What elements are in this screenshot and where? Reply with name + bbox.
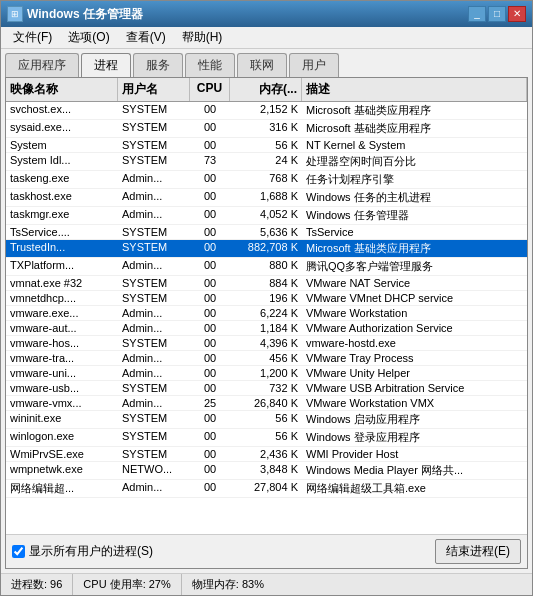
close-button[interactable]: ✕ <box>508 6 526 22</box>
tab-users[interactable]: 用户 <box>289 53 339 77</box>
cell-desc: Windows 登录应用程序 <box>302 429 527 446</box>
cell-mem: 5,636 K <box>230 225 302 239</box>
cell-desc: Windows 启动应用程序 <box>302 411 527 428</box>
menu-options[interactable]: 选项(O) <box>60 27 117 48</box>
table-row[interactable]: winlogon.exe SYSTEM 00 56 K Windows 登录应用… <box>6 429 527 447</box>
table-row[interactable]: System SYSTEM 00 56 K NT Kernel & System <box>6 138 527 153</box>
col-header-cpu[interactable]: CPU <box>190 78 230 101</box>
cell-desc: Windows 任务的主机进程 <box>302 189 527 206</box>
cell-desc: Windows Media Player 网络共... <box>302 462 527 479</box>
table-row[interactable]: wininit.exe SYSTEM 00 56 K Windows 启动应用程… <box>6 411 527 429</box>
table-row[interactable]: 网络编辑超... Admin... 00 27,804 K 网络编辑超级工具箱.… <box>6 480 527 498</box>
show-all-users-checkbox[interactable] <box>12 545 25 558</box>
cell-cpu: 00 <box>190 189 230 206</box>
cell-desc: VMware VMnet DHCP service <box>302 291 527 305</box>
cell-mem: 6,224 K <box>230 306 302 320</box>
cell-name: wininit.exe <box>6 411 118 428</box>
table-row[interactable]: vmware.exe... Admin... 00 6,224 K VMware… <box>6 306 527 321</box>
cell-desc: 网络编辑超级工具箱.exe <box>302 480 527 497</box>
cell-user: NETWO... <box>118 462 190 479</box>
table-row[interactable]: System Idl... SYSTEM 73 24 K 处理器空闲时间百分比 <box>6 153 527 171</box>
cell-mem: 884 K <box>230 276 302 290</box>
cell-name: taskmgr.exe <box>6 207 118 224</box>
cell-cpu: 00 <box>190 462 230 479</box>
cell-desc: VMware Workstation VMX <box>302 396 527 410</box>
cell-mem: 1,200 K <box>230 366 302 380</box>
cell-user: SYSTEM <box>118 381 190 395</box>
cell-user: Admin... <box>118 207 190 224</box>
tab-performance[interactable]: 性能 <box>185 53 235 77</box>
menu-view[interactable]: 查看(V) <box>118 27 174 48</box>
table-row[interactable]: TrustedIn... SYSTEM 00 882,708 K Microso… <box>6 240 527 258</box>
table-row[interactable]: wmpnetwk.exe NETWO... 00 3,848 K Windows… <box>6 462 527 480</box>
cell-cpu: 00 <box>190 411 230 428</box>
cell-user: SYSTEM <box>118 411 190 428</box>
cell-cpu: 00 <box>190 447 230 461</box>
table-row[interactable]: vmware-uni... Admin... 00 1,200 K VMware… <box>6 366 527 381</box>
cell-mem: 27,804 K <box>230 480 302 497</box>
table-row[interactable]: taskmgr.exe Admin... 00 4,052 K Windows … <box>6 207 527 225</box>
cell-desc: 任务计划程序引擎 <box>302 171 527 188</box>
cell-name: vmware-aut... <box>6 321 118 335</box>
table-row[interactable]: WmiPrvSE.exe SYSTEM 00 2,436 K WMI Provi… <box>6 447 527 462</box>
cell-mem: 768 K <box>230 171 302 188</box>
cell-cpu: 00 <box>190 321 230 335</box>
cell-name: taskhost.exe <box>6 189 118 206</box>
cell-desc: VMware Unity Helper <box>302 366 527 380</box>
table-row[interactable]: sysaid.exe... SYSTEM 00 316 K Microsoft … <box>6 120 527 138</box>
cell-user: Admin... <box>118 366 190 380</box>
cell-desc: VMware USB Arbitration Service <box>302 381 527 395</box>
tab-processes[interactable]: 进程 <box>81 53 131 77</box>
cell-mem: 1,688 K <box>230 189 302 206</box>
cell-name: vmware-hos... <box>6 336 118 350</box>
cell-desc: TsService <box>302 225 527 239</box>
cell-cpu: 00 <box>190 291 230 305</box>
table-row[interactable]: svchost.ex... SYSTEM 00 2,152 K Microsof… <box>6 102 527 120</box>
col-header-mem[interactable]: 内存(... <box>230 78 302 101</box>
table-row[interactable]: vmware-usb... SYSTEM 00 732 K VMware USB… <box>6 381 527 396</box>
maximize-button[interactable]: □ <box>488 6 506 22</box>
menu-help[interactable]: 帮助(H) <box>174 27 231 48</box>
window: ⊞ Windows 任务管理器 _ □ ✕ 文件(F) 选项(O) 查看(V) … <box>0 0 533 596</box>
col-header-name[interactable]: 映像名称 <box>6 78 118 101</box>
bottom-bar: 显示所有用户的进程(S) 结束进程(E) <box>6 534 527 568</box>
checkbox-text: 显示所有用户的进程(S) <box>29 543 153 560</box>
cell-mem: 24 K <box>230 153 302 170</box>
tab-services[interactable]: 服务 <box>133 53 183 77</box>
show-all-users-label[interactable]: 显示所有用户的进程(S) <box>12 543 153 560</box>
cell-desc: VMware Tray Process <box>302 351 527 365</box>
table-row[interactable]: taskhost.exe Admin... 00 1,688 K Windows… <box>6 189 527 207</box>
cell-cpu: 00 <box>190 480 230 497</box>
tab-networking[interactable]: 联网 <box>237 53 287 77</box>
table-row[interactable]: vmware-tra... Admin... 00 456 K VMware T… <box>6 351 527 366</box>
table-row[interactable]: vmware-aut... Admin... 00 1,184 K VMware… <box>6 321 527 336</box>
menu-file[interactable]: 文件(F) <box>5 27 60 48</box>
cell-user: Admin... <box>118 258 190 275</box>
cell-user: Admin... <box>118 351 190 365</box>
cell-desc: Microsoft 基础类应用程序 <box>302 240 527 257</box>
end-process-button[interactable]: 结束进程(E) <box>435 539 521 564</box>
table-row[interactable]: taskeng.exe Admin... 00 768 K 任务计划程序引擎 <box>6 171 527 189</box>
minimize-button[interactable]: _ <box>468 6 486 22</box>
title-bar-buttons: _ □ ✕ <box>468 6 526 22</box>
tab-applications[interactable]: 应用程序 <box>5 53 79 77</box>
col-header-desc[interactable]: 描述 <box>302 78 527 101</box>
cell-cpu: 00 <box>190 120 230 137</box>
table-row[interactable]: vmnetdhcp.... SYSTEM 00 196 K VMware VMn… <box>6 291 527 306</box>
cell-cpu: 00 <box>190 276 230 290</box>
status-process-count: 进程数: 96 <box>1 574 73 595</box>
cell-desc: Windows 任务管理器 <box>302 207 527 224</box>
cell-mem: 2,152 K <box>230 102 302 119</box>
table-row[interactable]: TXPlatform... Admin... 00 880 K 腾讯QQ多客户端… <box>6 258 527 276</box>
table-row[interactable]: vmware-hos... SYSTEM 00 4,396 K vmware-h… <box>6 336 527 351</box>
cell-cpu: 00 <box>190 225 230 239</box>
table-row[interactable]: vmnat.exe #32 SYSTEM 00 884 K VMware NAT… <box>6 276 527 291</box>
cell-name: svchost.ex... <box>6 102 118 119</box>
table-row[interactable]: TsService.... SYSTEM 00 5,636 K TsServic… <box>6 225 527 240</box>
table-row[interactable]: vmware-vmx... Admin... 25 26,840 K VMwar… <box>6 396 527 411</box>
cell-mem: 316 K <box>230 120 302 137</box>
cell-mem: 2,436 K <box>230 447 302 461</box>
col-header-user[interactable]: 用户名 <box>118 78 190 101</box>
table-body[interactable]: svchost.ex... SYSTEM 00 2,152 K Microsof… <box>6 102 527 534</box>
cell-user: SYSTEM <box>118 138 190 152</box>
